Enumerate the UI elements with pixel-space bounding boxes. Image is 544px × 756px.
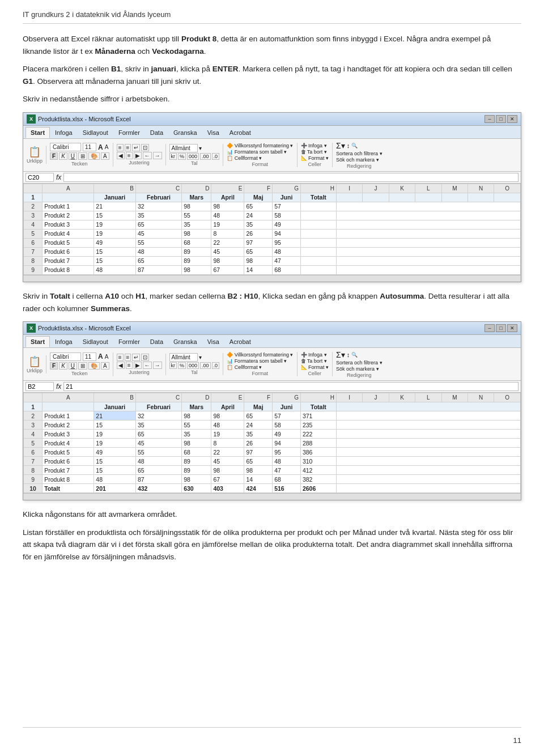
font-name-2[interactable]: Calibri	[50, 352, 81, 361]
underline-btn-1[interactable]: U	[69, 152, 77, 160]
find-icon-1[interactable]: 🔍	[351, 143, 358, 148]
cell-D2-2[interactable]: 98	[182, 411, 211, 421]
cell-O1-1[interactable]	[494, 193, 521, 202]
cell-C7-1[interactable]: 48	[135, 247, 181, 256]
cell-C3-2[interactable]: 35	[135, 421, 181, 430]
tab-granska-1[interactable]: Granska	[168, 127, 202, 138]
cell-C5-2[interactable]: 45	[135, 439, 181, 448]
cell-G7-1[interactable]: 48	[273, 247, 301, 256]
cell-B1-1[interactable]: Januari	[94, 193, 136, 202]
cell-H9-2[interactable]: 382	[300, 475, 336, 484]
cell-E4-1[interactable]: 19	[211, 220, 244, 229]
cell-G6-2[interactable]: 95	[273, 448, 301, 457]
cell-G2-1[interactable]: 57	[273, 202, 301, 211]
insert-cell-btn-1[interactable]: ➕ Infoga ▾	[301, 143, 329, 148]
cell-F7-2[interactable]: 65	[244, 457, 273, 466]
cell-F1-2[interactable]: Maj	[244, 402, 273, 411]
delete-cell-btn-1[interactable]: 🗑 Ta bort ▾	[301, 149, 329, 155]
cell-B3-2[interactable]: 15	[94, 421, 136, 430]
tab-acrobat-1[interactable]: Acrobat	[224, 127, 256, 138]
cell-E4-2[interactable]: 19	[211, 430, 244, 439]
restore-btn-2[interactable]: □	[496, 324, 506, 332]
cell-B10-2[interactable]: 201	[94, 484, 136, 493]
tab-sidlayout-1[interactable]: Sidlayout	[78, 127, 113, 138]
cell-D8-2[interactable]: 89	[182, 466, 211, 475]
sort-icon-1[interactable]: ↕	[347, 142, 350, 149]
tab-visa-2[interactable]: Visa	[202, 336, 224, 347]
excel-scrollbar-1[interactable]	[23, 275, 521, 282]
cell-G2-2[interactable]: 57	[273, 411, 301, 421]
font-grow-icon-1[interactable]: A	[98, 143, 103, 151]
cell-F2-1[interactable]: 65	[244, 202, 273, 211]
cell-K1-1[interactable]	[389, 193, 415, 202]
cell-C4-2[interactable]: 65	[135, 430, 181, 439]
cell-G3-1[interactable]: 58	[273, 211, 301, 220]
cell-H3-2[interactable]: 235	[300, 421, 336, 430]
cell-B8-1[interactable]: 15	[94, 256, 136, 265]
cell-B9-2[interactable]: 48	[94, 475, 136, 484]
cell-E2-2[interactable]: 98	[211, 411, 244, 421]
indent-dec-btn-2[interactable]: ←	[143, 362, 152, 369]
underline-btn-2[interactable]: U	[69, 362, 77, 369]
cell-C2-1[interactable]: 32	[135, 202, 181, 211]
cell-F2-2[interactable]: 65	[244, 411, 273, 421]
cell-H4-1[interactable]	[300, 220, 336, 229]
cell-H1-1[interactable]: Totalt	[300, 193, 336, 202]
cell-N1-1[interactable]	[468, 193, 494, 202]
cell-E1-2[interactable]: April	[211, 402, 244, 411]
cell-C1-1[interactable]: Februari	[135, 193, 181, 202]
cell-D3-2[interactable]: 55	[182, 421, 211, 430]
font-size-1[interactable]: 11	[83, 143, 96, 151]
cell-F3-1[interactable]: 24	[244, 211, 273, 220]
currency-btn-2[interactable]: kr	[169, 362, 177, 369]
align-left-btn-1[interactable]: ◀	[117, 152, 125, 159]
restore-btn-1[interactable]: □	[496, 115, 506, 123]
tab-formler-1[interactable]: Formler	[113, 127, 145, 138]
cell-ref-input-1[interactable]	[26, 173, 54, 182]
cell-F6-1[interactable]: 97	[244, 238, 273, 247]
cell-A8-2[interactable]: Produkt 7	[42, 466, 94, 475]
cell-H10-2[interactable]: 2606	[300, 484, 336, 493]
indent-inc-btn-2[interactable]: →	[153, 362, 162, 369]
font-name-1[interactable]: Calibri	[50, 143, 81, 151]
cell-B5-2[interactable]: 19	[94, 439, 136, 448]
sigma-btn-2[interactable]: Σ▾	[336, 350, 345, 359]
cell-F9-2[interactable]: 14	[244, 475, 273, 484]
cell-A5-1[interactable]: Produkt 4	[42, 229, 94, 238]
font-color-btn-2[interactable]: A	[101, 362, 109, 369]
cell-H7-2[interactable]: 310	[300, 457, 336, 466]
format-cell-btn-2[interactable]: 📐 Format ▾	[301, 364, 329, 370]
align-mid-btn-1[interactable]: ≡	[125, 144, 131, 151]
bold-btn-1[interactable]: F	[50, 152, 58, 160]
cell-H2-2[interactable]: 371	[300, 411, 336, 421]
cell-G8-1[interactable]: 47	[273, 256, 301, 265]
cell-A4-1[interactable]: Produkt 3	[42, 220, 94, 229]
cell-G1-1[interactable]: Juni	[273, 193, 301, 202]
cell-C1-2[interactable]: Februari	[135, 402, 181, 411]
cell-C2-2[interactable]: 32	[135, 411, 181, 421]
cell-E1-1[interactable]: April	[211, 193, 244, 202]
cell-F1-1[interactable]: Maj	[244, 193, 273, 202]
cell-G5-2[interactable]: 94	[273, 439, 301, 448]
align-right-btn-1[interactable]: ▶	[134, 152, 142, 159]
cell-E6-2[interactable]: 22	[211, 448, 244, 457]
cell-G1-2[interactable]: Juni	[273, 402, 301, 411]
cell-D4-2[interactable]: 35	[182, 430, 211, 439]
tab-formler-2[interactable]: Formler	[113, 336, 145, 347]
cell-C8-2[interactable]: 65	[135, 466, 181, 475]
cell-F8-2[interactable]: 98	[244, 466, 273, 475]
cell-H6-2[interactable]: 386	[300, 448, 336, 457]
wrap-btn-2[interactable]: ↵	[132, 354, 140, 361]
formula-input-1[interactable]	[63, 173, 518, 182]
cell-E3-2[interactable]: 48	[211, 421, 244, 430]
indent-inc-btn-1[interactable]: →	[153, 152, 162, 159]
tab-infoga-1[interactable]: Infoga	[50, 127, 78, 138]
cell-F10-2[interactable]: 424	[244, 484, 273, 493]
indent-dec-btn-1[interactable]: ←	[143, 152, 152, 159]
cell-A3-2[interactable]: Produkt 2	[42, 421, 94, 430]
cell-B4-2[interactable]: 19	[94, 430, 136, 439]
cell-C7-2[interactable]: 48	[135, 457, 181, 466]
cell-A7-1[interactable]: Produkt 6	[42, 247, 94, 256]
cell-B2-1[interactable]: 21	[94, 202, 136, 211]
cell-A1-1[interactable]	[42, 193, 94, 202]
